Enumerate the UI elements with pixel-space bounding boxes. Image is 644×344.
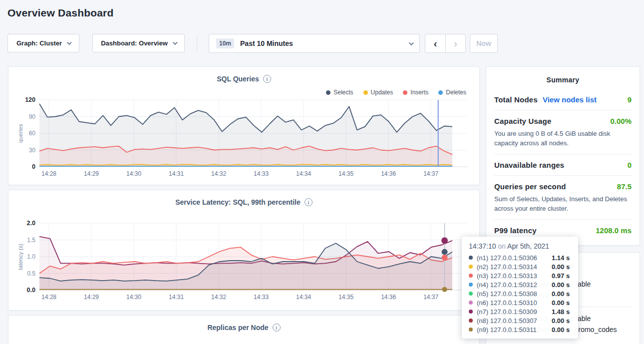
service-latency-chart[interactable]: latency (s) 0.00.51.01.52.014:2814:2914:… <box>8 190 479 310</box>
y-tick-label: 0.0 <box>12 287 35 294</box>
x-tick-label: 14:30 <box>123 294 145 301</box>
tooltip-node-label: (n5) 127.0.0.1:50308 <box>477 290 552 298</box>
tooltip-row: (n2) 127.0.0.1:503140.00 s <box>469 262 571 271</box>
node-color-dot-icon <box>469 301 473 305</box>
tooltip-node-label: (n2) 127.0.0.1:50314 <box>477 263 552 271</box>
tooltip-node-value: 0.00 s <box>552 290 570 298</box>
node-color-dot-icon <box>469 310 473 314</box>
dashboard-dropdown-label: Dashboard: Overview <box>101 39 168 47</box>
x-tick-label: 14:28 <box>38 294 60 301</box>
y-tick-label: 1.0 <box>12 253 35 260</box>
y-tick-label: 0 <box>12 163 35 170</box>
tooltip-row: (n7) 127.0.0.1:503091.48 s <box>469 307 571 316</box>
summary-stat-description: Sum of Selects, Updates, Inserts, and De… <box>494 194 632 213</box>
time-range-badge: 10m <box>216 38 234 48</box>
summary-stat-value: 1208.0 ms <box>596 226 632 235</box>
chevron-down-icon <box>67 40 72 45</box>
tooltip-node-label: (n4) 127.0.0.1:50312 <box>477 281 552 289</box>
summary-row: Unavailable ranges0 <box>494 154 632 176</box>
sql-queries-chart[interactable]: queries 030609012014:2814:2914:3014:3114… <box>8 67 479 185</box>
tooltip-node-value: 0.00 s <box>552 263 570 271</box>
x-tick-label: 14:30 <box>123 170 145 177</box>
node-color-dot-icon <box>469 283 473 287</box>
tooltip-row: (n5) 127.0.0.1:503080.00 s <box>469 289 571 298</box>
summary-stat-description: You are using 0 B of 4.5 GiB usable disk… <box>494 129 632 148</box>
tooltip-node-label: (n8) 127.0.0.1:50307 <box>477 317 552 325</box>
x-tick-label: 14:33 <box>250 170 272 177</box>
y-tick-label: 1.5 <box>12 237 35 244</box>
prev-time-button[interactable]: ‹ <box>425 34 445 52</box>
tooltip-node-label: (n7) 127.0.0.1:50309 <box>477 308 552 316</box>
x-tick-label: 14:35 <box>335 294 357 301</box>
dashboard-dropdown[interactable]: Dashboard: Overview <box>92 34 185 52</box>
tooltip-row: (n1) 127.0.0.1:503061.14 s <box>469 253 571 262</box>
next-time-button[interactable]: › <box>445 34 465 52</box>
y-tick-label: 90 <box>12 113 35 120</box>
tooltip-row: (n8) 127.0.0.1:503070.00 s <box>469 316 571 325</box>
tooltip-node-value: 0.97 s <box>552 272 570 280</box>
summary-stat-label: Queries per second <box>494 182 566 191</box>
node-color-dot-icon <box>469 265 473 269</box>
time-range-dropdown[interactable]: 10m Past 10 Minutes <box>209 34 420 53</box>
summary-stat-label: P99 latency <box>494 226 537 235</box>
info-icon[interactable]: i <box>273 324 281 332</box>
node-color-dot-icon <box>469 328 473 332</box>
summary-stat-label: Capacity Usage <box>494 117 552 125</box>
x-tick-label: 14:36 <box>377 294 399 301</box>
service-latency-card: Service Latency: SQL, 99th percentile i … <box>8 190 480 311</box>
summary-panel: Summary Total NodesView nodes list9Capac… <box>486 66 640 246</box>
node-color-dot-icon <box>469 274 473 278</box>
summary-row: Total NodesView nodes list9 <box>494 89 632 110</box>
x-tick-label: 14:29 <box>80 294 102 301</box>
toolbar-divider <box>197 35 197 51</box>
summary-stat-value: 0.00% <box>610 117 632 125</box>
node-color-dot-icon <box>469 256 473 260</box>
tooltip-node-value: 1.14 s <box>552 254 570 262</box>
tooltip-node-value: 1.48 s <box>552 308 570 316</box>
graph-dropdown-label: Graph: Cluster <box>16 39 62 47</box>
summary-row: Queries per second87.5Sum of Selects, Up… <box>494 176 632 220</box>
summary-stat-value: 9 <box>628 95 632 104</box>
x-tick-label: 14:32 <box>208 294 230 301</box>
tooltip-node-value: 0.00 s <box>552 317 570 325</box>
page-title: Overview Dashboard <box>7 7 114 19</box>
view-nodes-list-link[interactable]: View nodes list <box>543 95 597 104</box>
y-tick-label: 120 <box>12 96 35 103</box>
tooltip-row: (n6) 127.0.0.1:503100.00 s <box>469 298 571 307</box>
summary-title: Summary <box>486 67 640 84</box>
node-color-dot-icon <box>469 292 473 296</box>
x-tick-label: 14:34 <box>293 294 315 301</box>
graph-dropdown[interactable]: Graph: Cluster <box>7 34 79 52</box>
chart-hover-tooltip: 14:37:10 on Apr 5th, 2021 (n1) 127.0.0.1… <box>462 237 578 339</box>
tooltip-node-label: (n6) 127.0.0.1:50310 <box>477 299 552 307</box>
tooltip-timestamp: 14:37:10 on Apr 5th, 2021 <box>469 242 571 250</box>
tooltip-rows: (n1) 127.0.0.1:503061.14 s(n2) 127.0.0.1… <box>469 253 571 334</box>
tooltip-node-value: 0.00 s <box>552 281 570 289</box>
x-tick-label: 14:32 <box>208 170 230 177</box>
tooltip-node-label: (n3) 127.0.0.1:50313 <box>477 272 552 280</box>
y-tick-label: 2.0 <box>12 220 35 227</box>
summary-stats: Total NodesView nodes list9Capacity Usag… <box>486 84 640 241</box>
y-tick-label: 60 <box>12 130 35 137</box>
x-tick-label: 14:37 <box>420 170 442 177</box>
tooltip-node-value: 0.00 s <box>552 299 570 307</box>
overview-dashboard-page: Overview Dashboard Graph: Cluster Dashbo… <box>0 0 644 344</box>
sql-queries-card: SQL Queries i SelectsUpdatesInsertsDelet… <box>8 66 480 185</box>
x-tick-label: 14:33 <box>250 294 272 301</box>
replicas-per-node-card: Replicas per Node i <box>8 315 480 344</box>
x-tick-label: 14:31 <box>165 294 187 301</box>
tooltip-row: (n9) 127.0.0.1:503110.00 s <box>469 325 571 334</box>
y-tick-label: 0.5 <box>12 270 35 277</box>
replicas-chart-title: Replicas per Node <box>207 324 268 332</box>
x-tick-label: 14:28 <box>38 170 60 177</box>
x-tick-label: 14:29 <box>80 170 102 177</box>
tooltip-row: (n3) 127.0.0.1:503130.97 s <box>469 271 571 280</box>
now-button[interactable]: Now <box>470 34 498 53</box>
chevron-down-icon <box>173 40 178 45</box>
tooltip-node-label: (n1) 127.0.0.1:50306 <box>477 254 552 262</box>
x-tick-label: 14:37 <box>420 294 442 301</box>
time-step-buttons: ‹ › <box>425 34 466 53</box>
summary-stat-label: Unavailable ranges <box>494 161 564 169</box>
tooltip-row: (n4) 127.0.0.1:503120.00 s <box>469 280 571 289</box>
tooltip-node-value: 0.00 s <box>552 326 570 334</box>
